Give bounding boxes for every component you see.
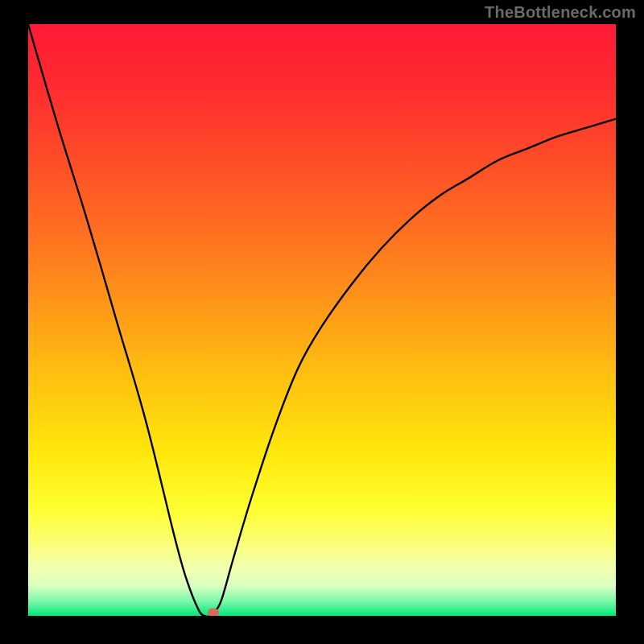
- plot-area: [28, 24, 616, 616]
- bottleneck-curve: [28, 24, 616, 616]
- chart-frame: TheBottleneck.com: [0, 0, 644, 644]
- curve-layer: [28, 24, 616, 616]
- optimum-marker: [208, 609, 219, 616]
- watermark-text: TheBottleneck.com: [485, 3, 636, 22]
